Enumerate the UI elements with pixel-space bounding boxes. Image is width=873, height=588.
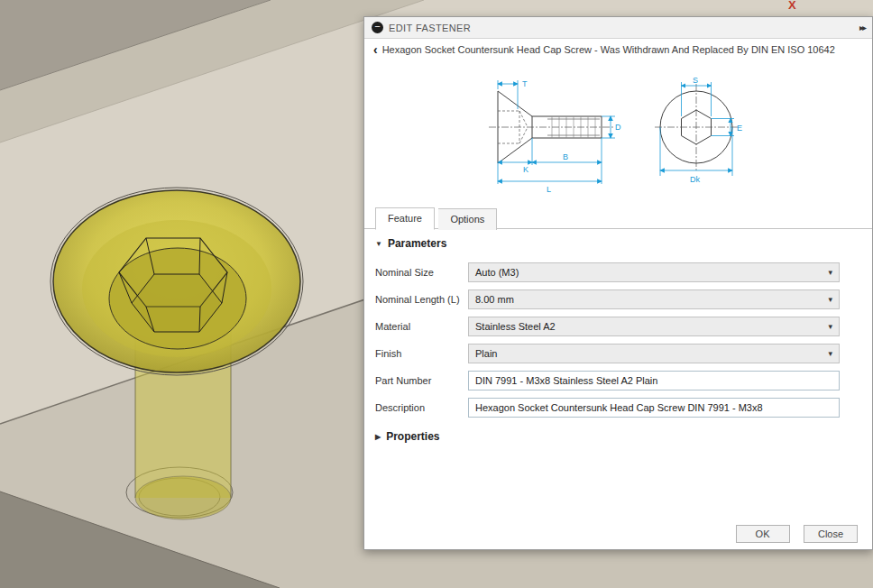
- dim-label-E: E: [737, 124, 742, 133]
- parameters-section-header[interactable]: ▼Parameters: [375, 237, 446, 250]
- fastener-diagram: T K B L D S E Dk: [471, 75, 777, 201]
- field-label-material: Material: [375, 317, 465, 336]
- form-row: Part Number: [375, 371, 849, 390]
- form-row: Material Stainless Steel A2 ▾: [375, 317, 849, 336]
- field-label-nominal-length: Nominal Length (L): [375, 289, 465, 309]
- dim-label-L: L: [547, 185, 551, 194]
- collapse-arrow-icon: ▼: [375, 240, 382, 248]
- expand-arrow-icon: ▶: [375, 433, 381, 441]
- caret-down-icon: ▾: [828, 295, 839, 304]
- parameters-label: Parameters: [388, 237, 446, 250]
- app-window: X − EDIT FASTENER ▸▸ ‹ Hexagon Socket Co…: [0, 0, 873, 588]
- dimension-lines: [498, 80, 734, 184]
- fastener-name: Hexagon Socket Countersunk Head Cap Scre…: [382, 44, 835, 55]
- tab-bar: Feature Options: [364, 207, 872, 229]
- dropdown-value: Stainless Steel A2: [469, 321, 828, 332]
- edit-fastener-dialog: − EDIT FASTENER ▸▸ ‹ Hexagon Socket Coun…: [363, 16, 873, 550]
- dim-label-Dk: Dk: [690, 175, 700, 184]
- edit-feature-icon: −: [372, 22, 383, 33]
- front-view: [655, 84, 738, 172]
- dialog-footer: OK Close: [726, 525, 858, 543]
- dropdown-value: 8.00 mm: [469, 294, 828, 305]
- dropdown-value: Auto (M3): [469, 267, 828, 278]
- properties-section-header[interactable]: ▶Properties: [375, 430, 440, 443]
- finish-dropdown[interactable]: Plain ▾: [468, 344, 840, 363]
- description-input[interactable]: [468, 398, 840, 418]
- fastener-breadcrumb: ‹ Hexagon Socket Countersunk Head Cap Sc…: [373, 44, 865, 55]
- dialog-title: EDIT FASTENER: [389, 23, 859, 33]
- axis-x-label[interactable]: X: [788, 0, 796, 12]
- nominal-size-dropdown[interactable]: Auto (M3) ▾: [468, 262, 840, 282]
- part-number-input[interactable]: [468, 371, 840, 390]
- material-dropdown[interactable]: Stainless Steel A2 ▾: [468, 317, 840, 336]
- field-label-finish: Finish: [375, 344, 465, 363]
- caret-down-icon: ▾: [828, 349, 839, 358]
- caret-down-icon: ▾: [828, 268, 839, 277]
- close-button[interactable]: Close: [804, 525, 858, 543]
- dim-label-T: T: [522, 79, 528, 88]
- tab-feature[interactable]: Feature: [375, 207, 435, 230]
- side-view: [489, 91, 615, 163]
- ok-button[interactable]: OK: [736, 525, 790, 543]
- form-row: Nominal Size Auto (M3) ▾: [375, 262, 849, 282]
- caret-down-icon: ▾: [828, 322, 839, 331]
- form-row: Description: [375, 398, 849, 418]
- field-label-description: Description: [375, 398, 465, 418]
- dim-label-B: B: [563, 152, 568, 161]
- dim-label-K: K: [523, 165, 528, 174]
- expand-panel-icon[interactable]: ▸▸: [859, 23, 865, 32]
- dim-label-D: D: [615, 123, 621, 132]
- properties-label: Properties: [386, 430, 439, 443]
- nominal-length-dropdown[interactable]: 8.00 mm ▾: [468, 289, 840, 309]
- field-label-nominal-size: Nominal Size: [375, 262, 465, 282]
- dialog-header[interactable]: − EDIT FASTENER ▸▸: [364, 17, 872, 39]
- dropdown-value: Plain: [469, 348, 828, 359]
- dim-label-S: S: [693, 76, 698, 85]
- form-row: Nominal Length (L) 8.00 mm ▾: [375, 289, 849, 309]
- field-label-part-number: Part Number: [375, 371, 465, 390]
- form-row: Finish Plain ▾: [375, 344, 849, 363]
- back-icon[interactable]: ‹: [373, 44, 378, 55]
- tab-options[interactable]: Options: [438, 208, 497, 230]
